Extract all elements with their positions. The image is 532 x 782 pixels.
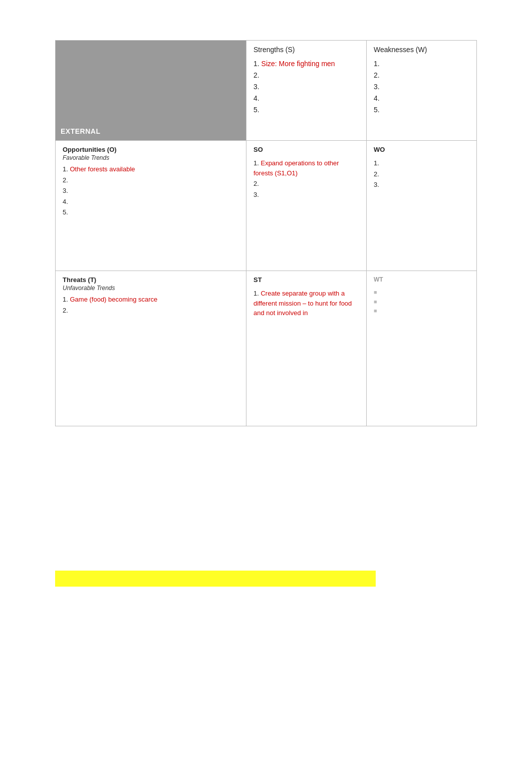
- wt-num-3: ■: [374, 308, 377, 314]
- so-text-1: Expand operations to other forests (S1,O…: [253, 159, 339, 177]
- wt-item-3: ■: [374, 307, 469, 315]
- so-label: SO: [253, 146, 359, 153]
- strengths-list: 1. Size: More fighting men 2. 3. 4.: [253, 59, 359, 115]
- so-num-3: 3.: [253, 191, 259, 198]
- strength-item-2: 2.: [253, 70, 359, 81]
- opportunity-item-5: 5.: [63, 207, 239, 217]
- st-text-1: Create separate group with a different m…: [253, 290, 352, 317]
- wo-item-3: 3.: [374, 180, 469, 190]
- opportunity-num-4: 4.: [63, 198, 68, 205]
- wt-item-1: ■: [374, 288, 469, 297]
- strength-num-1: 1.: [253, 60, 259, 68]
- strength-num-4: 4.: [253, 94, 259, 102]
- opportunity-num-1: 1.: [63, 165, 68, 173]
- st-list: 1. Create separate group with a differen…: [253, 289, 359, 318]
- weakness-item-1: 1.: [374, 59, 469, 69]
- opportunity-item-2: 2.: [63, 175, 239, 185]
- wo-item-2: 2.: [374, 169, 469, 179]
- opportunity-text-1: Other forests available: [70, 165, 135, 173]
- weakness-num-5: 5.: [374, 106, 380, 114]
- st-num-1: 1.: [253, 290, 259, 297]
- wt-list: ■ ■ ■: [374, 288, 469, 315]
- so-num-2: 2.: [253, 180, 259, 187]
- threat-num-2: 2.: [63, 307, 68, 314]
- wo-num-2: 2.: [374, 170, 379, 178]
- wt-num-2: ■: [374, 299, 377, 305]
- weakness-item-4: 4.: [374, 93, 469, 104]
- opportunity-num-2: 2.: [63, 176, 68, 184]
- wt-label: WT: [374, 276, 469, 283]
- threat-item-2: 2.: [63, 306, 239, 316]
- weakness-num-1: 1.: [374, 60, 380, 68]
- weakness-item-3: 3.: [374, 82, 469, 92]
- threats-sub-label: Unfavorable Trends: [63, 285, 239, 292]
- wt-cell: WT ■ ■ ■: [367, 271, 477, 426]
- so-item-1: 1. Expand operations to other forests (S…: [253, 158, 359, 178]
- opportunities-label-cell: Opportunities (O) Favorable Trends 1. Ot…: [56, 141, 246, 271]
- weaknesses-header-label: Weaknesses (W): [374, 46, 469, 54]
- threats-section-label: Threats (T): [63, 276, 239, 284]
- weakness-num-3: 3.: [374, 83, 380, 91]
- threat-text-1: Game (food) becoming scarce: [70, 296, 157, 303]
- wo-label: WO: [374, 146, 469, 153]
- weakness-num-4: 4.: [374, 94, 380, 102]
- threat-num-1: 1.: [63, 296, 68, 303]
- wo-num-1: 1.: [374, 159, 379, 167]
- opportunities-row: Opportunities (O) Favorable Trends 1. Ot…: [56, 141, 477, 271]
- weaknesses-list: 1. 2. 3. 4. 5.: [374, 59, 469, 115]
- weakness-item-5: 5.: [374, 105, 469, 115]
- so-num-1: 1.: [253, 159, 259, 167]
- opportunity-item-3: 3.: [63, 186, 239, 196]
- wt-item-2: ■: [374, 298, 469, 306]
- swot-table: EXTERNAL Strengths (S) 1. Size: More fig…: [55, 40, 477, 426]
- wo-item-1: 1.: [374, 158, 469, 168]
- strength-text-1: Size: More fighting men: [261, 60, 335, 68]
- strength-item-3: 3.: [253, 82, 359, 92]
- wo-cell: WO 1. 2. 3.: [367, 141, 477, 271]
- strength-item-1: 1. Size: More fighting men: [253, 59, 359, 69]
- external-label: EXTERNAL: [61, 127, 100, 135]
- opportunity-item-1: 1. Other forests available: [63, 164, 239, 174]
- threats-row: Threats (T) Unfavorable Trends 1. Game (…: [56, 271, 477, 426]
- strength-item-5: 5.: [253, 105, 359, 115]
- highlight-bar: [55, 571, 376, 587]
- opportunity-num-3: 3.: [63, 187, 68, 194]
- st-cell: ST 1. Create separate group with a diffe…: [246, 271, 367, 426]
- strength-num-3: 3.: [253, 83, 259, 91]
- strength-num-5: 5.: [253, 106, 259, 114]
- st-label: ST: [253, 276, 359, 284]
- so-item-2: 2.: [253, 179, 359, 189]
- internal-top-left-cell: EXTERNAL: [56, 41, 246, 141]
- weaknesses-header-cell: Weaknesses (W) 1. 2. 3. 4.: [367, 41, 477, 141]
- wo-num-3: 3.: [374, 181, 379, 188]
- opportunities-sub-label: Favorable Trends: [63, 154, 239, 161]
- opportunities-list: 1. Other forests available 2. 3. 4.: [63, 164, 239, 217]
- strength-item-4: 4.: [253, 93, 359, 104]
- header-row: EXTERNAL Strengths (S) 1. Size: More fig…: [56, 41, 477, 141]
- wt-num-1: ■: [374, 289, 377, 295]
- threats-label-cell: Threats (T) Unfavorable Trends 1. Game (…: [56, 271, 246, 426]
- page-container: EXTERNAL Strengths (S) 1. Size: More fig…: [0, 0, 532, 426]
- strengths-header-cell: Strengths (S) 1. Size: More fighting men…: [246, 41, 367, 141]
- so-list: 1. Expand operations to other forests (S…: [253, 158, 359, 199]
- wo-list: 1. 2. 3.: [374, 158, 469, 190]
- opportunities-section-label: Opportunities (O): [63, 146, 239, 153]
- strength-num-2: 2.: [253, 71, 259, 79]
- st-item-1: 1. Create separate group with a differen…: [253, 289, 359, 318]
- so-cell: SO 1. Expand operations to other forests…: [246, 141, 367, 271]
- opportunity-item-4: 4.: [63, 197, 239, 207]
- strengths-header-label: Strengths (S): [253, 46, 359, 54]
- weakness-num-2: 2.: [374, 71, 380, 79]
- weakness-item-2: 2.: [374, 70, 469, 81]
- opportunity-num-5: 5.: [63, 208, 68, 216]
- threat-item-1: 1. Game (food) becoming scarce: [63, 295, 239, 305]
- threats-list: 1. Game (food) becoming scarce 2.: [63, 295, 239, 315]
- so-item-3: 3.: [253, 190, 359, 200]
